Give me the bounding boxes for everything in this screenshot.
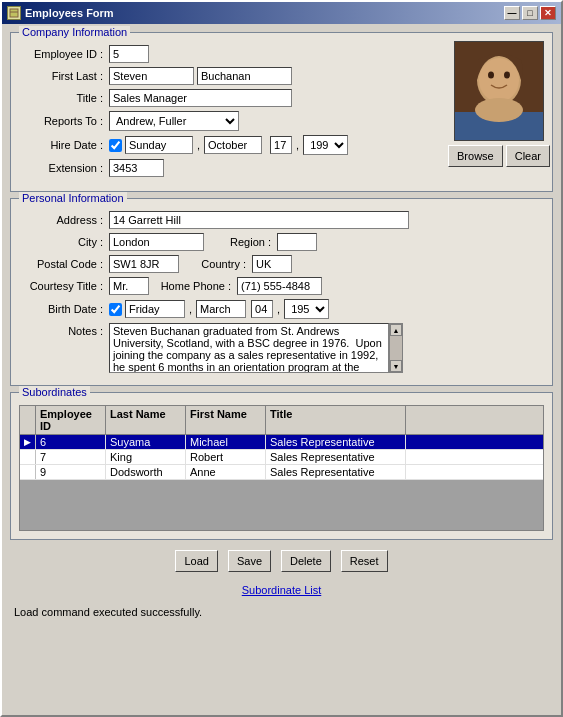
first-last-row: First Last : xyxy=(19,67,434,85)
city-input[interactable] xyxy=(109,233,204,251)
last-name-input[interactable] xyxy=(197,67,292,85)
scrollbar-up-button[interactable]: ▲ xyxy=(390,324,402,336)
cell-title: Sales Representative xyxy=(266,450,406,464)
clear-button[interactable]: Clear xyxy=(506,145,550,167)
country-input[interactable] xyxy=(252,255,292,273)
cell-employee-id: 6 xyxy=(36,435,106,449)
postal-code-input[interactable] xyxy=(109,255,179,273)
employee-id-input[interactable] xyxy=(109,45,149,63)
first-last-label: First Last : xyxy=(19,70,109,82)
notes-label: Notes : xyxy=(19,323,109,337)
cell-first-name: Robert xyxy=(186,450,266,464)
title-bar-controls: — □ ✕ xyxy=(504,6,556,20)
birth-date-fields: , , 1955 xyxy=(122,299,329,319)
reset-button[interactable]: Reset xyxy=(341,550,388,572)
birth-date-year-select[interactable]: 1955 xyxy=(284,299,329,319)
grid-header-employee-id: Employee ID xyxy=(36,406,106,434)
close-button[interactable]: ✕ xyxy=(540,6,556,20)
table-row[interactable]: 9 Dodsworth Anne Sales Representative xyxy=(20,465,543,480)
cell-employee-id: 7 xyxy=(36,450,106,464)
reports-to-label: Reports To : xyxy=(19,115,109,127)
svg-rect-0 xyxy=(10,9,18,17)
title-row: Title : xyxy=(19,89,434,107)
home-phone-input[interactable] xyxy=(237,277,322,295)
company-information-section: Company Information Employee ID : First … xyxy=(10,32,553,192)
subordinates-grid: Employee ID Last Name First Name Title ▶… xyxy=(19,405,544,531)
hire-date-checkbox-wrapper xyxy=(109,139,122,152)
hire-date-sep1: , xyxy=(197,139,200,151)
reports-to-select[interactable]: Andrew, Fuller xyxy=(109,111,239,131)
title-input[interactable] xyxy=(109,89,292,107)
table-row[interactable]: ▶ 6 Suyama Michael Sales Representative xyxy=(20,435,543,450)
save-button[interactable]: Save xyxy=(228,550,271,572)
delete-button[interactable]: Delete xyxy=(281,550,331,572)
birth-date-sep1: , xyxy=(189,303,192,315)
home-phone-label: Home Phone : xyxy=(157,280,237,292)
employee-id-row: Employee ID : xyxy=(19,45,434,63)
load-button[interactable]: Load xyxy=(175,550,217,572)
row-indicator xyxy=(20,450,36,464)
notes-scrollbar: ▲ ▼ xyxy=(389,323,403,373)
birth-date-daynum-input[interactable] xyxy=(251,300,273,318)
cell-title: Sales Representative xyxy=(266,435,406,449)
hire-date-month-input[interactable] xyxy=(204,136,262,154)
notes-field-wrapper: Steven Buchanan graduated from St. Andre… xyxy=(109,323,403,373)
subordinates-section-label: Subordinates xyxy=(19,386,90,398)
birth-date-month-input[interactable] xyxy=(196,300,246,318)
courtesy-title-label: Courtesy Title : xyxy=(19,280,109,292)
table-row[interactable]: 7 King Robert Sales Representative xyxy=(20,450,543,465)
country-label: Country : xyxy=(187,258,252,270)
status-message: Load command executed successfully. xyxy=(14,606,202,618)
hire-date-fields: , , 1993 xyxy=(122,135,348,155)
hire-date-year-select[interactable]: 1993 xyxy=(303,135,348,155)
birth-date-row: Birth Date : , , 1955 xyxy=(19,299,544,319)
subordinate-list-wrapper: Subordinate List xyxy=(10,582,553,598)
photo-area: Browse Clear xyxy=(454,41,544,141)
row-indicator xyxy=(20,465,36,479)
cell-last-name: Suyama xyxy=(106,435,186,449)
photo-buttons: Browse Clear xyxy=(454,145,544,167)
cell-last-name: King xyxy=(106,450,186,464)
postal-country-row: Postal Code : Country : xyxy=(19,255,544,273)
birth-date-checkbox-wrapper xyxy=(109,303,122,316)
maximize-button[interactable]: □ xyxy=(522,6,538,20)
first-name-input[interactable] xyxy=(109,67,194,85)
grid-empty-area xyxy=(20,480,543,530)
svg-point-5 xyxy=(488,72,494,79)
birth-date-checkbox[interactable] xyxy=(109,303,122,316)
courtesy-title-input[interactable] xyxy=(109,277,149,295)
company-section-label: Company Information xyxy=(19,26,130,38)
birth-date-day-input[interactable] xyxy=(125,300,185,318)
subordinate-list-link[interactable]: Subordinate List xyxy=(242,584,322,596)
hire-date-daynum-input[interactable] xyxy=(270,136,292,154)
postal-code-label: Postal Code : xyxy=(19,258,109,270)
grid-header: Employee ID Last Name First Name Title xyxy=(20,406,543,435)
grid-indicator-header xyxy=(20,406,36,434)
title-label: Title : xyxy=(19,92,109,104)
reports-to-row: Reports To : Andrew, Fuller xyxy=(19,111,434,131)
notes-row: Notes : Steven Buchanan graduated from S… xyxy=(19,323,544,373)
row-indicator: ▶ xyxy=(20,435,36,449)
scrollbar-down-button[interactable]: ▼ xyxy=(390,360,402,372)
app-icon xyxy=(7,6,21,20)
extension-row: Extension : xyxy=(19,159,434,177)
hire-date-row: Hire Date : , , 1993 xyxy=(19,135,434,155)
notes-textarea[interactable]: Steven Buchanan graduated from St. Andre… xyxy=(109,323,389,373)
address-input[interactable] xyxy=(109,211,409,229)
window-content: Company Information Employee ID : First … xyxy=(2,24,561,715)
hire-date-day-input[interactable] xyxy=(125,136,193,154)
hire-date-checkbox[interactable] xyxy=(109,139,122,152)
browse-button[interactable]: Browse xyxy=(448,145,503,167)
extension-input[interactable] xyxy=(109,159,164,177)
birth-date-sep2: , xyxy=(277,303,280,315)
personal-information-section: Personal Information Address : City : Re… xyxy=(10,198,553,386)
hire-date-label: Hire Date : xyxy=(19,139,109,151)
city-region-row: City : Region : xyxy=(19,233,544,251)
minimize-button[interactable]: — xyxy=(504,6,520,20)
main-window: Employees Form — □ ✕ Company Information… xyxy=(0,0,563,717)
region-input[interactable] xyxy=(277,233,317,251)
address-row: Address : xyxy=(19,211,544,229)
title-bar-left: Employees Form xyxy=(7,6,114,20)
extension-label: Extension : xyxy=(19,162,109,174)
birth-date-label: Birth Date : xyxy=(19,303,109,315)
